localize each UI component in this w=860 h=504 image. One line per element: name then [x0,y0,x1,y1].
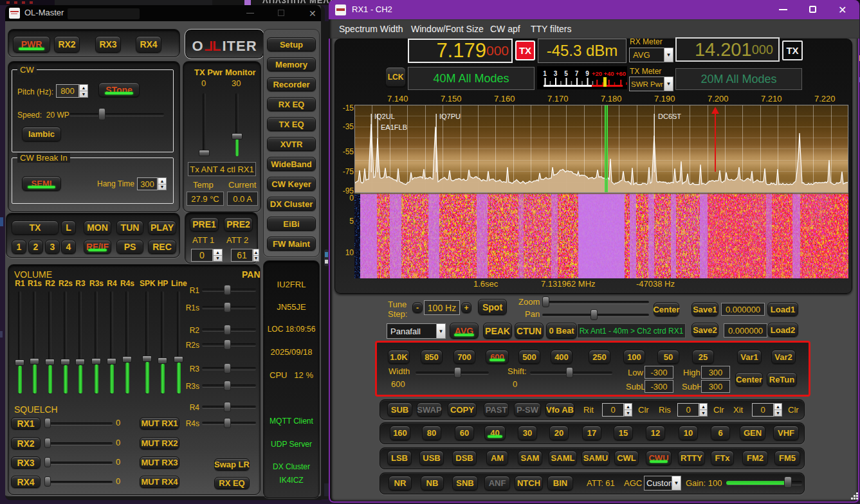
svg-text:1: 1 [543,70,547,77]
svg-text:IQ7PU: IQ7PU [439,113,461,120]
svg-text:9: 9 [585,70,589,77]
svg-text:DC6ST: DC6ST [658,113,681,120]
svg-text:7: 7 [575,70,579,77]
svg-text:+40: +40 [603,70,614,77]
svg-text:3: 3 [554,70,558,77]
svg-text:+20: +20 [592,70,602,77]
svg-text:EA1FLB: EA1FLB [381,123,407,131]
svg-text:IQ2UL: IQ2UL [374,113,395,120]
svg-text:+60: +60 [616,70,626,77]
svg-text:5: 5 [564,70,568,77]
